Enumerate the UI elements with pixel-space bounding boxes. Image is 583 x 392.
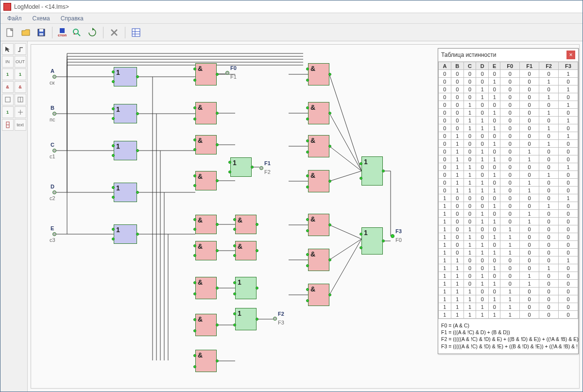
gate-and[interactable]: & <box>195 350 217 372</box>
table-cell: 1 <box>439 233 451 241</box>
gate-not[interactable]: 1 <box>114 67 137 86</box>
app-icon <box>3 3 11 11</box>
gate-and[interactable]: & <box>195 63 217 85</box>
tool-wire[interactable] <box>15 43 26 55</box>
junction-icon <box>17 109 24 116</box>
gate-and[interactable]: & <box>308 102 329 124</box>
table-cell: 1 <box>539 78 559 85</box>
output-sublabel: F3 <box>278 320 284 325</box>
menu-help[interactable]: Справка <box>56 14 88 23</box>
input-port[interactable] <box>52 75 56 79</box>
gate-and[interactable]: & <box>195 215 217 234</box>
tool-block-b[interactable] <box>15 94 26 105</box>
truth-table-header[interactable]: Таблица истинности × <box>438 49 578 62</box>
table-cell: 1 <box>539 140 559 148</box>
input-port[interactable] <box>52 190 56 194</box>
titlebar[interactable]: LogModel - <14.lms> <box>0 0 583 13</box>
tool-not-left[interactable]: 1 <box>2 68 14 80</box>
table-cell: 1 <box>439 218 451 225</box>
close-button[interactable]: × <box>566 51 575 59</box>
tool-pointer[interactable] <box>2 43 14 55</box>
gate-or[interactable]: 1 <box>361 156 383 186</box>
tool-display[interactable] <box>2 119 14 131</box>
table-cell: 1 <box>439 264 451 272</box>
menu-scheme[interactable]: Схема <box>28 14 55 23</box>
output-port[interactable] <box>273 317 277 321</box>
refresh-button[interactable] <box>86 26 99 39</box>
output-port[interactable] <box>225 71 229 75</box>
tool-input[interactable]: IN <box>2 56 14 68</box>
input-port[interactable] <box>52 149 56 153</box>
zoom-button[interactable] <box>70 26 84 39</box>
gate-and[interactable]: & <box>195 102 217 124</box>
output-port[interactable] <box>391 234 394 238</box>
table-cell: 0 <box>559 187 578 194</box>
table-cell: 1 <box>439 272 451 280</box>
stop-button[interactable]: стоп <box>56 26 68 39</box>
tool-and-left[interactable]: & <box>2 81 14 93</box>
gate-pin <box>136 191 139 194</box>
table-row: 010110100 <box>439 155 578 163</box>
tool-junction[interactable] <box>15 106 26 118</box>
gate-and[interactable]: & <box>195 314 217 336</box>
gate-pin <box>136 75 139 78</box>
input-port[interactable] <box>52 232 56 236</box>
table-cell: 0 <box>451 225 463 233</box>
table-header: F2 <box>539 62 559 70</box>
gate-and[interactable]: & <box>308 249 329 271</box>
table-cell: 0 <box>520 117 539 124</box>
gate-or[interactable]: 1 <box>235 277 257 299</box>
gate-not[interactable]: 1 <box>114 224 137 244</box>
output-port[interactable] <box>259 166 263 170</box>
gate-and[interactable]: & <box>308 170 329 192</box>
open-file-button[interactable] <box>19 26 33 39</box>
formula-line: F2 = (((((A & !C) & !D) & E) + ((B & !D)… <box>441 336 575 342</box>
gate-and[interactable]: & <box>308 214 329 236</box>
gate-or[interactable]: 1 <box>361 227 383 255</box>
gate-pin <box>328 293 331 296</box>
gate-not[interactable]: 1 <box>114 183 137 202</box>
gate-not[interactable]: 1 <box>114 104 137 123</box>
gate-and[interactable]: & <box>308 284 329 306</box>
gate-and[interactable]: & <box>195 277 217 299</box>
gate-and[interactable]: & <box>308 135 329 157</box>
gate-and[interactable]: & <box>308 63 329 85</box>
gate-or[interactable]: 1 <box>235 308 257 330</box>
save-file-button[interactable] <box>34 26 48 39</box>
gate-or[interactable]: 1 <box>230 157 252 177</box>
table-cell: 0 <box>439 85 451 93</box>
menu-file[interactable]: Файл <box>2 14 27 23</box>
table-cell: 0 <box>520 233 539 241</box>
table-cell: 0 <box>520 70 539 78</box>
truth-table-panel[interactable]: Таблица истинности × ABCDEF0F1F2F3 00000… <box>438 48 579 354</box>
table-cell: 1 <box>500 249 520 256</box>
tool-text[interactable]: text <box>15 119 26 131</box>
delete-button[interactable] <box>107 26 121 39</box>
table-cell: 1 <box>451 311 463 319</box>
gate-pin <box>306 68 309 70</box>
tool-and-right[interactable]: & <box>15 81 26 93</box>
gate-and[interactable]: & <box>195 135 217 154</box>
table-cell: 1 <box>463 109 476 117</box>
gate-and[interactable]: & <box>195 171 217 190</box>
truth-table-button[interactable] <box>129 26 143 39</box>
input-port[interactable] <box>52 112 56 116</box>
gate-and[interactable]: & <box>235 215 257 234</box>
gate-pin <box>193 254 196 257</box>
tool-not-right[interactable]: 1 <box>15 68 26 80</box>
gate-and[interactable]: & <box>235 241 257 260</box>
tool-output[interactable]: OUT <box>15 56 26 68</box>
table-cell: 0 <box>439 187 451 194</box>
tool-block-a[interactable] <box>2 94 14 105</box>
tool-or-left[interactable]: 1 <box>2 106 14 118</box>
table-cell: 0 <box>539 117 559 124</box>
gate-not[interactable]: 1 <box>114 141 137 160</box>
gate-and[interactable]: & <box>195 241 217 260</box>
table-cell: 0 <box>539 288 559 295</box>
new-file-button[interactable] <box>3 26 17 39</box>
table-cell: 1 <box>463 249 476 256</box>
table-cell: 0 <box>539 101 559 109</box>
table-cell: 0 <box>500 155 520 163</box>
table-cell: 1 <box>559 117 578 124</box>
save-icon <box>36 28 46 37</box>
